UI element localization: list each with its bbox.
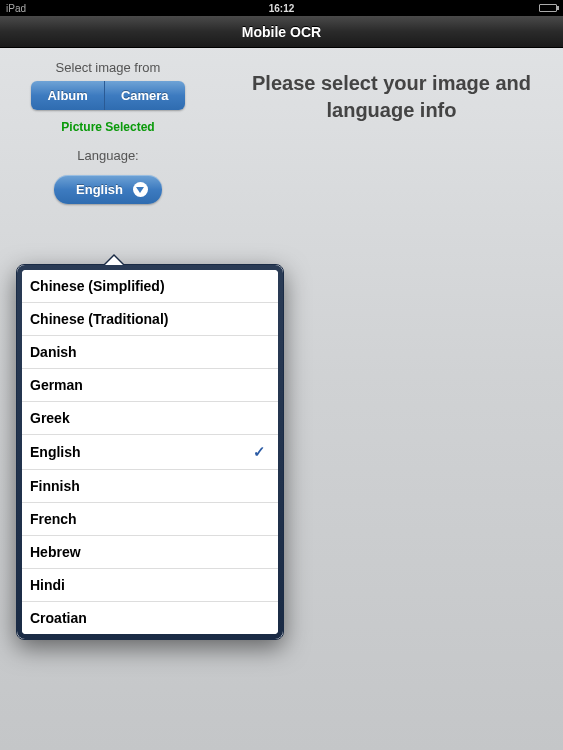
language-option-label: Danish <box>30 344 77 360</box>
nav-bar: Mobile OCR <box>0 16 563 48</box>
main-prompt: Please select your image and language in… <box>230 70 553 124</box>
album-button[interactable]: Album <box>31 81 104 110</box>
page-title: Mobile OCR <box>242 24 321 40</box>
language-list: Chinese (Simplified)Chinese (Traditional… <box>22 270 278 634</box>
language-option-label: German <box>30 377 83 393</box>
picture-status-text: Picture Selected <box>0 120 216 134</box>
image-source-segmented-control: Album Camera <box>31 81 184 110</box>
source-label: Select image from <box>0 60 216 75</box>
language-picker-button[interactable]: English <box>54 175 162 204</box>
battery-icon <box>539 4 557 12</box>
language-popover: Chinese (Simplified)Chinese (Traditional… <box>16 264 284 640</box>
language-picker-value: English <box>76 182 123 197</box>
language-option[interactable]: French <box>22 503 278 536</box>
language-option-label: Croatian <box>30 610 87 626</box>
checkmark-icon: ✓ <box>253 443 266 461</box>
language-option[interactable]: German <box>22 369 278 402</box>
language-option[interactable]: Chinese (Traditional) <box>22 303 278 336</box>
language-option-label: Chinese (Simplified) <box>30 278 165 294</box>
status-battery <box>539 4 557 12</box>
language-option[interactable]: Danish <box>22 336 278 369</box>
language-option[interactable]: Hebrew <box>22 536 278 569</box>
language-option-label: Greek <box>30 410 70 426</box>
language-option-label: French <box>30 511 77 527</box>
language-option[interactable]: Finnish <box>22 470 278 503</box>
status-carrier: iPad <box>6 3 26 14</box>
language-option-label: Chinese (Traditional) <box>30 311 168 327</box>
language-option-label: Hindi <box>30 577 65 593</box>
status-time: 16:12 <box>269 3 295 14</box>
camera-button[interactable]: Camera <box>105 81 185 110</box>
language-option-label: Hebrew <box>30 544 81 560</box>
language-option[interactable]: Hindi <box>22 569 278 602</box>
language-label: Language: <box>0 148 216 163</box>
language-option[interactable]: English✓ <box>22 435 278 470</box>
status-bar: iPad 16:12 <box>0 0 563 16</box>
language-option[interactable]: Croatian <box>22 602 278 634</box>
language-option[interactable]: Greek <box>22 402 278 435</box>
left-panel: Select image from Album Camera Picture S… <box>0 60 216 204</box>
language-option-label: Finnish <box>30 478 80 494</box>
language-option-label: English <box>30 444 81 460</box>
chevron-down-icon <box>133 182 148 197</box>
language-option[interactable]: Chinese (Simplified) <box>22 270 278 303</box>
